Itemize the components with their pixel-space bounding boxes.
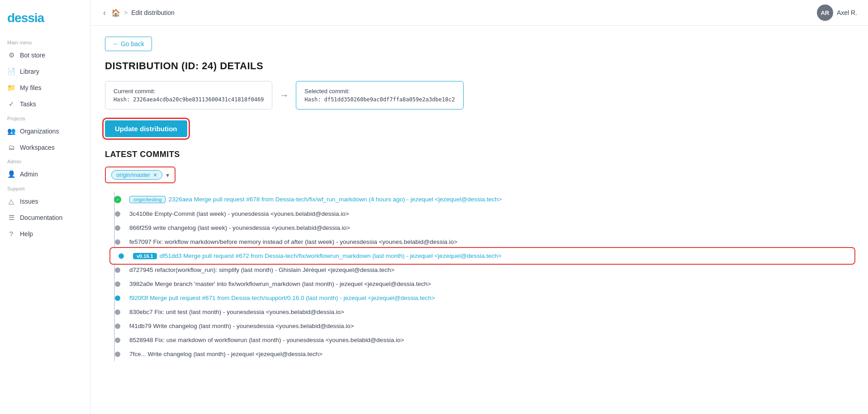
gear-icon: ⚙ — [7, 51, 15, 59]
branch-tag-label: origin/master — [116, 171, 150, 178]
projects-label: Projects — [0, 112, 90, 123]
commit-dot — [115, 309, 120, 315]
commit-message: 3c4108e Empty-Commit (last week) - youne… — [129, 210, 349, 217]
commit-dot — [119, 253, 124, 259]
current-commit-hash: Hash: 2326aea4cdba20c9be83113600431c4181… — [114, 96, 264, 103]
origin-tag: origin/testing — [129, 196, 166, 203]
selected-commit-label: Selected commit: — [304, 88, 455, 95]
commit-message: 3982a0e Merge branch 'master' into fix/w… — [129, 281, 431, 287]
commit-dot-area — [111, 239, 124, 245]
commit-dot-area — [111, 309, 124, 315]
commit-row: fe57097 Fix: workflow markdown/before me… — [111, 235, 854, 249]
commit-text: f920f3f Merge pull request #671 from Des… — [129, 295, 854, 301]
sidebar-item-organizations[interactable]: 👥 Organizations — [0, 123, 90, 139]
sidebar-item-label: Admin — [20, 171, 38, 178]
commit-row: ✓origin/testing2326aea Merge pull reques… — [111, 192, 854, 207]
sidebar-item-label: Tasks — [20, 100, 36, 108]
main-content: ‹ 🏠 > Edit distribution AR Axel R. ← Go … — [90, 0, 868, 414]
branch-tag-close-icon[interactable]: ✕ — [153, 172, 157, 178]
people-icon: 👥 — [7, 127, 15, 135]
commit-row: 830ebc7 Fix: unit test (last month) - yo… — [111, 305, 854, 319]
topbar: ‹ 🏠 > Edit distribution AR Axel R. — [90, 0, 868, 26]
commit-dot-area — [111, 324, 124, 329]
commit-text: 7fce... Write changelog (last month) - j… — [129, 351, 854, 357]
sidebar-item-help[interactable]: ? Help — [0, 226, 90, 242]
commit-dot-area — [111, 267, 124, 273]
file-icon: 📄 — [7, 67, 15, 76]
sidebar-item-label: Workspaces — [20, 144, 55, 151]
support-label: Support — [0, 182, 90, 193]
commit-dot — [115, 267, 120, 273]
commit-text: 8528948 Fix: use markdown of workflowrun… — [129, 337, 854, 343]
commit-dot-area — [111, 338, 124, 343]
commit-link[interactable]: f920f3f Merge pull request #671 from Des… — [129, 295, 435, 301]
commit-dot — [115, 295, 120, 301]
commit-row: f920f3f Merge pull request #671 from Des… — [111, 291, 854, 305]
version-tag: v0.16.1 — [133, 253, 157, 259]
sidebar-item-library[interactable]: 📄 Library — [0, 63, 90, 80]
sidebar-item-label: Organizations — [20, 128, 59, 135]
commit-row: 7fce... Write changelog (last month) - j… — [111, 347, 854, 361]
selected-commit-hash: Hash: df51dd350260be9ac0df7ffa8a059e2a3d… — [304, 96, 455, 103]
sidebar-item-label: My files — [20, 84, 41, 91]
sidebar-item-workspaces[interactable]: 🗂 Workspaces — [0, 139, 90, 155]
commit-row: f41db79 Write changelog (last month) - y… — [111, 319, 854, 333]
commit-text: d727945 refactor(workflow_run): simplify… — [129, 266, 854, 273]
current-commit-box: Current commit: Hash: 2326aea4cdba20c9be… — [105, 81, 272, 109]
sidebar-item-label: Library — [20, 68, 39, 75]
commit-text: 830ebc7 Fix: unit test (last month) - yo… — [129, 309, 854, 315]
commit-row: 866f259 write changelog (last week) - yo… — [111, 221, 854, 235]
go-back-button[interactable]: ← Go back — [105, 37, 152, 51]
commit-text: origin/testing2326aea Merge pull request… — [129, 196, 854, 203]
sidebar-item-label: Bot store — [20, 52, 45, 59]
sidebar-item-documentation[interactable]: ☰ Documentation — [0, 209, 90, 226]
page-title: DISTRIBUTION (ID: 24) DETAILS — [105, 60, 854, 72]
avatar-button[interactable]: AR Axel R. — [817, 5, 857, 21]
commit-row: v0.16.1df51dd3 Merge pull request #672 f… — [111, 249, 854, 263]
sidebar-item-tasks[interactable]: ✓ Tasks — [0, 96, 90, 112]
commit-message: f41db79 Write changelog (last month) - y… — [129, 323, 354, 329]
workspaces-icon: 🗂 — [7, 143, 15, 151]
commits-list: ✓origin/testing2326aea Merge pull reques… — [111, 192, 854, 361]
sidebar-item-my-files[interactable]: 📁 My files — [0, 80, 90, 96]
commit-row: 3c4108e Empty-Commit (last week) - youne… — [111, 207, 854, 221]
commit-text: 866f259 write changelog (last week) - yo… — [129, 224, 854, 231]
commit-dot-area — [111, 295, 124, 301]
sidebar-item-issues[interactable]: △ Issues — [0, 193, 90, 209]
sidebar-item-admin[interactable]: 👤 Admin — [0, 166, 90, 182]
commit-row: 8528948 Fix: use markdown of workflowrun… — [111, 333, 854, 347]
commit-message: d727945 refactor(workflow_run): simplify… — [129, 266, 394, 273]
commit-dot-area — [115, 253, 128, 259]
commit-text: 3982a0e Merge branch 'master' into fix/w… — [129, 281, 854, 287]
chevron-down-icon: ▾ — [166, 171, 169, 179]
commit-row: d727945 refactor(workflow_run): simplify… — [111, 263, 854, 277]
commit-link[interactable]: 2326aea Merge pull request #678 from Des… — [168, 196, 502, 203]
commit-dot — [115, 281, 120, 287]
commit-message: 830ebc7 Fix: unit test (last month) - yo… — [129, 309, 344, 315]
commit-link[interactable]: df51dd3 Merge pull request #672 from Des… — [160, 252, 502, 259]
commit-row: 3982a0e Merge branch 'master' into fix/w… — [111, 277, 854, 291]
commit-dot-area — [111, 211, 124, 217]
commit-dot: ✓ — [114, 196, 121, 203]
doc-icon: ☰ — [7, 214, 15, 222]
commit-dot — [115, 225, 120, 231]
sidebar-item-bot-store[interactable]: ⚙ Bot store — [0, 47, 90, 63]
commit-text: v0.16.1df51dd3 Merge pull request #672 f… — [133, 252, 850, 259]
branch-tag: origin/master ✕ — [111, 170, 162, 180]
update-distribution-button[interactable]: Update distribution — [105, 120, 187, 137]
check-icon: ✓ — [7, 100, 15, 108]
branch-selector[interactable]: origin/master ✕ ▾ — [105, 167, 175, 183]
triangle-icon: △ — [7, 197, 15, 205]
arrow-icon: → — [280, 90, 289, 100]
breadcrumb: Edit distribution — [131, 9, 175, 16]
avatar: AR — [817, 5, 833, 21]
commit-dot — [115, 211, 120, 217]
main-menu-label: Main menu — [0, 36, 90, 47]
commit-message: 7fce... Write changelog (last month) - j… — [129, 351, 323, 357]
commit-dot — [115, 239, 120, 245]
folder-icon: 📁 — [7, 84, 15, 92]
nav-back-button[interactable]: ‹ — [101, 6, 108, 19]
logo: dessia — [0, 7, 90, 36]
topbar-left: ‹ 🏠 > Edit distribution — [101, 6, 175, 19]
commit-text: fe57097 Fix: workflow markdown/before me… — [129, 238, 854, 245]
